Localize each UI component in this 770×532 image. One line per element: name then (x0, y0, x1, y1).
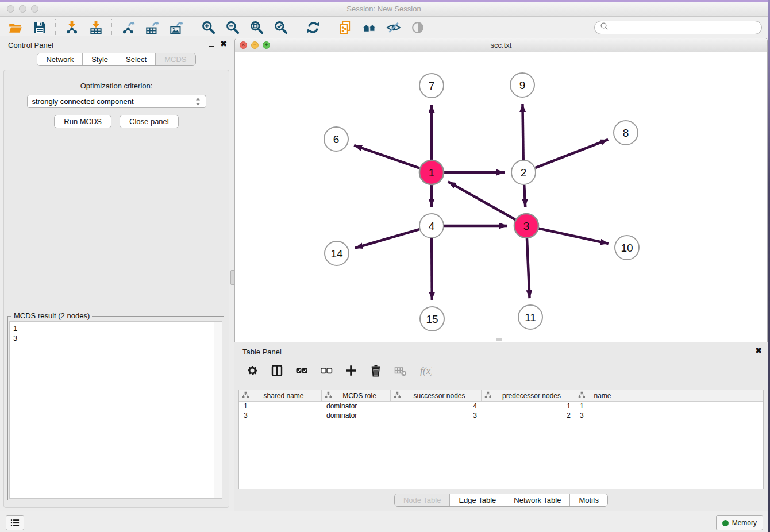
edge-3-10[interactable] (538, 229, 608, 244)
optimization-select[interactable]: strongly connected component (27, 95, 206, 108)
show-hidden-icon[interactable] (410, 20, 426, 36)
network-window-titlebar[interactable]: × − + scc.txt (235, 38, 767, 53)
column-header-shared-name[interactable]: shared name (239, 390, 322, 401)
column-header-MCDS-role[interactable]: MCDS role (322, 390, 391, 401)
title-bar: Session: New Session (0, 2, 768, 17)
table-panel-header: Table Panel ✖ (234, 342, 768, 360)
edge-2-8[interactable] (536, 140, 609, 168)
first-neighbors-icon[interactable] (361, 20, 378, 36)
node-table: shared nameMCDS rolesuccessor nodesprede… (238, 390, 764, 489)
toolbar-group (193, 20, 297, 36)
toolbar-group (298, 20, 329, 36)
edge-1-6[interactable] (354, 145, 419, 168)
zoom-fit-icon[interactable] (249, 20, 265, 36)
close-panel-icon[interactable]: ✖ (220, 40, 227, 47)
table-header-row: shared nameMCDS rolesuccessor nodesprede… (239, 390, 763, 402)
unselect-all-icon[interactable] (319, 363, 334, 378)
sort-tree-icon (578, 391, 586, 400)
mcds-result-text: 1 3 (10, 322, 214, 498)
close-table-panel-icon[interactable]: ✖ (755, 347, 762, 354)
result-scrollbar[interactable] (214, 322, 222, 498)
control-panel-tabs: NetworkStyleSelectMCDS (0, 53, 233, 66)
node-label-1: 1 (429, 167, 435, 179)
close-panel-button[interactable]: Close panel (120, 115, 179, 128)
edge-3-11[interactable] (527, 238, 530, 298)
split-columns-icon[interactable] (270, 363, 284, 378)
mcds-tab-content: Optimization criterion: strongly connect… (3, 70, 229, 508)
table-tab-network-table[interactable]: Network Table (505, 494, 570, 506)
sort-tree-icon (484, 391, 492, 400)
node-label-9: 9 (519, 79, 526, 91)
network-view-window: × − + scc.txt 7968124314101511 (234, 38, 768, 342)
run-mcds-button[interactable]: Run MCDS (54, 115, 111, 128)
control-panel-title: Control Panel (8, 41, 53, 49)
import-table-icon[interactable] (88, 20, 104, 36)
float-panel-icon[interactable] (209, 41, 214, 47)
table-tab-edge-table[interactable]: Edge Table (450, 494, 505, 506)
import-network-icon[interactable] (64, 20, 80, 36)
edge-2-9[interactable] (522, 104, 523, 160)
export-table-icon[interactable] (144, 20, 160, 36)
column-header-name[interactable]: name (575, 390, 623, 401)
zoom-in-icon[interactable] (201, 20, 217, 36)
edge-4-15[interactable] (432, 238, 432, 300)
save-session-icon[interactable] (32, 20, 48, 36)
table-tab-group: Node TableEdge TableNetwork TableMotifs (394, 494, 608, 507)
node-label-8: 8 (623, 127, 629, 139)
select-all-icon[interactable] (294, 363, 309, 378)
edge-2-3[interactable] (524, 185, 525, 207)
tab-style[interactable]: Style (83, 53, 117, 65)
edge-3-1[interactable] (448, 182, 515, 219)
export-network-icon[interactable] (120, 20, 136, 36)
optimization-value: strongly connected component (32, 97, 195, 106)
gear-icon[interactable] (245, 363, 260, 378)
float-table-panel-icon[interactable] (744, 348, 749, 353)
search-input[interactable] (613, 22, 757, 32)
canvas-splitter-handle[interactable] (496, 338, 502, 341)
network-canvas[interactable]: 7968124314101511 (235, 52, 767, 342)
table-cell[interactable]: 3 (391, 411, 482, 420)
refresh-icon[interactable] (305, 20, 321, 36)
column-header-successor-nodes[interactable]: successor nodes (391, 390, 482, 401)
delete-table-icon[interactable] (393, 363, 408, 378)
table-row[interactable]: 3dominator323 (239, 411, 763, 420)
table-cell[interactable]: 1 (575, 402, 623, 411)
zoom-out-icon[interactable] (225, 20, 241, 36)
table-cell[interactable]: 3 (575, 411, 623, 420)
table-cell[interactable]: 4 (391, 402, 482, 411)
table-cell[interactable]: 1 (239, 402, 322, 411)
tab-network[interactable]: Network (37, 53, 83, 65)
node-label-2: 2 (521, 167, 527, 179)
fx-icon[interactable]: f(x) (418, 363, 433, 378)
node-label-3: 3 (523, 220, 530, 232)
table-tab-motifs[interactable]: Motifs (570, 494, 607, 506)
mcds-result-title: MCDS result (2 nodes) (11, 311, 92, 320)
node-label-14: 14 (330, 248, 343, 260)
window-title: Session: New Session (0, 5, 768, 13)
memory-status-icon (722, 520, 729, 526)
node-label-15: 15 (426, 313, 438, 325)
toolbar-group (0, 20, 55, 36)
table-cell[interactable]: 1 (482, 402, 575, 411)
tab-select[interactable]: Select (117, 53, 156, 65)
memory-button[interactable]: Memory (716, 515, 763, 530)
hide-selected-icon[interactable] (386, 20, 402, 36)
search-box[interactable] (594, 21, 762, 34)
copy-network-icon[interactable] (337, 20, 353, 36)
table-tab-node-table[interactable]: Node Table (395, 494, 451, 506)
table-cell[interactable]: dominator (322, 402, 391, 411)
add-icon[interactable] (344, 363, 359, 378)
table-row[interactable]: 1dominator411 (239, 402, 763, 411)
export-image-icon[interactable] (168, 20, 184, 36)
table-cell[interactable]: 3 (239, 411, 322, 420)
trash-icon[interactable] (368, 363, 383, 378)
table-cell[interactable]: dominator (322, 411, 391, 420)
table-cell[interactable]: 2 (482, 411, 575, 420)
edge-4-14[interactable] (355, 229, 419, 248)
zoom-selected-icon[interactable] (273, 20, 289, 36)
open-session-icon[interactable] (7, 20, 24, 36)
column-header-predecessor-nodes[interactable]: predecessor nodes (482, 390, 575, 401)
tab-mcds[interactable]: MCDS (156, 53, 195, 65)
task-history-button[interactable] (6, 515, 24, 530)
search-icon (599, 21, 610, 34)
